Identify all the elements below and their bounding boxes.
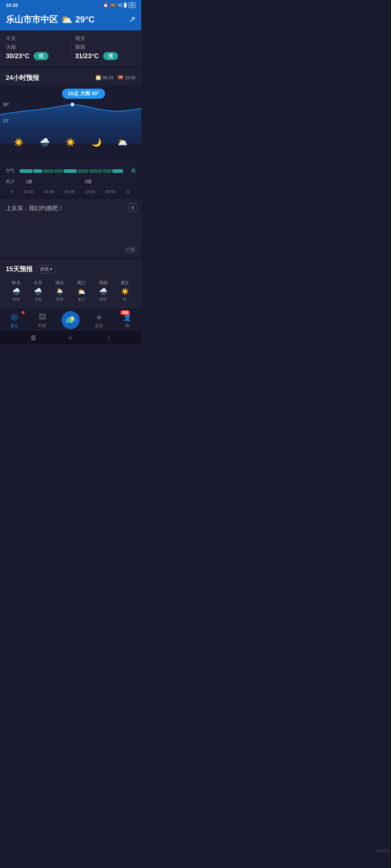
wind-row: 风力 1级 2级	[0, 176, 141, 187]
nav-item-center[interactable]	[56, 311, 85, 329]
nav-icon-kandian: ◎	[9, 312, 19, 322]
day-4-label: 周四	[94, 280, 112, 286]
sunrise-item: 🌅 06:24	[96, 75, 113, 80]
share-button[interactable]: ↗︎	[129, 15, 135, 24]
day-2-icon: 🌦️	[51, 288, 69, 295]
status-time: 10:35	[6, 3, 18, 8]
tomorrow-quality-badge: 优	[103, 52, 118, 60]
nav-icon-shijing: 🖼	[37, 312, 47, 322]
air-bar-9	[112, 169, 123, 173]
nav-label-wo: 我	[125, 323, 129, 328]
day-3-label: 周三	[72, 280, 91, 286]
time-axis: 0 12:00 14:00 16:00 18:00 20:00 22	[0, 187, 141, 196]
nav-item-wo[interactable]: 👤 308 我	[113, 312, 141, 328]
day-5-weather: 晴	[115, 297, 134, 302]
air-bar-3	[43, 169, 54, 173]
today-col: 今天 大雨 30/23°C 优	[6, 35, 66, 60]
system-nav-bar: ☰ ○ 〈	[0, 331, 141, 344]
day-5-icon: ☀️	[115, 288, 134, 295]
ad-banner[interactable]: 上京东，我们约惠吧！ ✕ 广告	[0, 199, 141, 257]
today-temp: 30/23°C	[6, 52, 29, 60]
divider	[71, 39, 71, 57]
forecast-day-5[interactable]: 周五 ☀️ 晴	[114, 278, 135, 304]
ad-label: 广告	[125, 246, 137, 253]
air-bar-container	[20, 169, 128, 173]
day-3-weather: 多云	[72, 297, 91, 302]
weather-icon-4: 🌙	[92, 138, 101, 147]
weather-icon-5: 🌥️	[118, 138, 127, 147]
day-1-icon: 🌧️	[29, 288, 47, 295]
forecast-15-header: 15天预报 折线 ▾	[6, 265, 135, 273]
section-header: 24小时预报 🌅 06:24 🌇 19:59	[0, 73, 141, 86]
day-4-weather: 阵雨	[94, 297, 112, 302]
day-3-icon: ⛅	[72, 288, 91, 295]
time-0: 0	[11, 190, 13, 194]
forecast-24h-section: 24小时预报 🌅 06:24 🌇 19:59 15点 大雨 30° 30° 23…	[0, 68, 141, 196]
air-bar-7	[89, 169, 102, 173]
air-bar-4	[54, 169, 63, 173]
day-0-icon: 🌧️	[7, 288, 26, 295]
header-left: 乐山市市中区 ⛅ 29°C	[6, 14, 95, 25]
forecast-day-4[interactable]: 周四 🌧️ 阵雨	[92, 278, 114, 304]
day-0-weather: 阵雨	[7, 297, 26, 302]
wind-label: 风力	[6, 179, 17, 185]
nav-label-kandian: 看点	[10, 323, 18, 328]
weather-icon-2: 🌧️	[40, 138, 50, 147]
air-bar-8	[103, 169, 112, 173]
nav-item-huiyuan[interactable]: ◈ 会员	[85, 312, 113, 328]
tomorrow-col: 明天 阵雨 31/23°C 优	[75, 35, 136, 60]
time-22: 22	[126, 190, 130, 194]
weather-icons-row: ☀️ 🌧️ ☀️ 🌙 🌥️	[0, 138, 141, 147]
forecast-day-0[interactable]: 昨天 🌧️ 阵雨	[6, 278, 28, 304]
nav-badge-wo: 308	[120, 310, 130, 315]
nav-item-kandian[interactable]: ◎ 看点	[0, 312, 28, 328]
sunrise-time: 06:24	[102, 75, 113, 80]
forecast-15-title: 15天预报	[6, 265, 33, 273]
weather-icon-3: ☀️	[66, 138, 75, 147]
nav-item-shijing[interactable]: 🖼 时景	[28, 312, 56, 328]
temp-high-label: 30°	[3, 102, 9, 107]
forecast-day-3[interactable]: 周三 ⛅ 多云	[71, 278, 92, 304]
day-5-label: 周五	[115, 280, 134, 286]
sun-times: 🌅 06:24 🌇 19:59	[96, 75, 135, 80]
nav-label-shijing: 时景	[38, 323, 46, 328]
air-bar-6	[77, 169, 88, 173]
wind-value-4: 2级	[85, 179, 92, 185]
air-bar-2	[33, 169, 42, 173]
temp-low-label: 23°	[3, 118, 9, 123]
globe-svg	[62, 311, 80, 329]
sys-back-icon[interactable]: 〈	[105, 334, 110, 342]
forecast-day-2[interactable]: 明天 🌦️ 阵雨	[49, 278, 71, 304]
app-header: 乐山市市中区 ⛅ 29°C ↗︎	[0, 10, 141, 30]
sunset-time: 19:59	[125, 75, 135, 80]
sys-home-icon[interactable]: ○	[68, 335, 72, 341]
ad-close-button[interactable]: ✕	[128, 203, 137, 212]
air-quality-text: 优	[131, 168, 135, 174]
wind-values: 1级 2级	[17, 179, 135, 185]
weather-icon-1: ☀️	[14, 138, 24, 147]
nav-label-huiyuan: 会员	[95, 323, 103, 328]
sys-menu-icon[interactable]: ☰	[31, 335, 36, 341]
air-bar-1	[20, 169, 33, 173]
svg-point-0	[71, 103, 74, 106]
alarm-icon: ⏰	[103, 3, 108, 8]
time-20: 20:00	[105, 190, 115, 194]
time-14: 14:00	[44, 190, 54, 194]
day-0-label: 昨天	[7, 280, 26, 286]
tomorrow-weather: 阵雨	[75, 44, 136, 51]
nav-icon-huiyuan: ◈	[94, 312, 104, 322]
svg-point-5	[66, 321, 68, 323]
location-title: 乐山市市中区	[6, 14, 58, 25]
air-label: 空气	[6, 168, 17, 174]
day-2-label: 明天	[51, 280, 69, 286]
forecast-toggle-button[interactable]: 折线 ▾	[36, 265, 56, 273]
air-bar-5	[64, 169, 77, 173]
tomorrow-label: 明天	[75, 35, 136, 42]
chart-area[interactable]: 15点 大雨 30° 30° 23° ☀️	[0, 86, 141, 165]
sunset-item: 🌇 19:59	[118, 75, 135, 80]
chevron-down-icon: ▾	[50, 267, 52, 272]
air-quality-row: 空气 优	[0, 165, 141, 176]
battery-icon: 96	[129, 3, 135, 8]
forecast-day-1[interactable]: 今天 🌧️ 大雨	[28, 278, 49, 304]
hd-icon: HD	[110, 3, 117, 7]
